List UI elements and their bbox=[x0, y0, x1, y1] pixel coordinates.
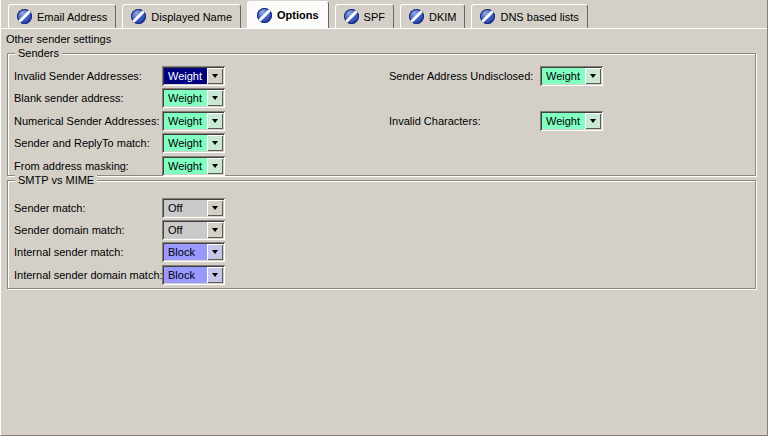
sender-address-undisclosed-label: Sender Address Undisclosed: bbox=[389, 69, 533, 83]
chevron-down-icon bbox=[212, 250, 218, 254]
invalid-characters-select[interactable]: Weight bbox=[540, 111, 603, 131]
options-settings-window: Email Address Displayed Name Options SPF… bbox=[0, 0, 768, 436]
dropdown-arrow-button[interactable] bbox=[207, 200, 223, 216]
block-icon bbox=[257, 8, 272, 23]
chevron-down-icon bbox=[590, 74, 596, 78]
chevron-down-icon bbox=[212, 96, 218, 100]
sender-match-label: Sender match: bbox=[14, 201, 86, 215]
page-title: Other sender settings bbox=[6, 33, 111, 45]
dropdown-arrow-button[interactable] bbox=[207, 222, 223, 238]
invalid-sender-addresses-label: Invalid Sender Addresses: bbox=[14, 69, 142, 83]
tab-label: DKIM bbox=[429, 11, 457, 23]
tab-label: Email Address bbox=[37, 11, 107, 23]
tab-label: DNS based lists bbox=[500, 11, 578, 23]
chevron-down-icon bbox=[212, 164, 218, 168]
smtp-vs-mime-group-title: SMTP vs MIME bbox=[15, 174, 97, 187]
tab-bar: Email Address Displayed Name Options SPF… bbox=[1, 0, 767, 28]
invalid-characters-label: Invalid Characters: bbox=[389, 114, 481, 128]
internal-sender-match-select[interactable]: Block bbox=[162, 242, 225, 262]
sender-domain-match-select[interactable]: Off bbox=[162, 220, 225, 240]
chevron-down-icon bbox=[212, 273, 218, 277]
numerical-sender-addresses-label: Numerical Sender Addresses: bbox=[14, 114, 160, 128]
chevron-down-icon bbox=[212, 119, 218, 123]
dropdown-arrow-button[interactable] bbox=[207, 244, 223, 260]
dropdown-arrow-button[interactable] bbox=[207, 113, 223, 129]
dropdown-arrow-button[interactable] bbox=[207, 135, 223, 151]
tab-label: Displayed Name bbox=[151, 11, 232, 23]
dropdown-arrow-button[interactable] bbox=[585, 113, 601, 129]
internal-sender-domain-match-label: Internal sender domain match: bbox=[14, 268, 163, 282]
sender-and-replyto-match-label: Sender and ReplyTo match: bbox=[14, 136, 150, 150]
block-icon bbox=[480, 9, 495, 24]
options-tab-page: Other sender settings Senders Invalid Se… bbox=[1, 28, 767, 435]
invalid-sender-addresses-select[interactable]: Weight bbox=[162, 66, 225, 86]
smtp-vs-mime-groupbox: SMTP vs MIME Sender match: Sender domain… bbox=[7, 180, 756, 289]
tab-spf[interactable]: SPF bbox=[335, 4, 394, 28]
sender-domain-match-label: Sender domain match: bbox=[14, 223, 125, 237]
senders-group-title: Senders bbox=[15, 47, 62, 60]
from-address-masking-label: From address masking: bbox=[14, 159, 129, 173]
dropdown-arrow-button[interactable] bbox=[207, 90, 223, 106]
sender-and-replyto-match-select[interactable]: Weight bbox=[162, 133, 225, 153]
dropdown-arrow-button[interactable] bbox=[207, 68, 223, 84]
block-icon bbox=[344, 9, 359, 24]
dropdown-arrow-button[interactable] bbox=[207, 267, 223, 283]
chevron-down-icon bbox=[212, 206, 218, 210]
internal-sender-match-label: Internal sender match: bbox=[14, 245, 123, 259]
sender-match-select[interactable]: Off bbox=[162, 198, 225, 218]
chevron-down-icon bbox=[590, 119, 596, 123]
from-address-masking-select[interactable]: Weight bbox=[162, 156, 225, 176]
tab-label: Options bbox=[277, 9, 319, 21]
blank-sender-address-select[interactable]: Weight bbox=[162, 88, 225, 108]
tab-label: SPF bbox=[364, 11, 385, 23]
dropdown-arrow-button[interactable] bbox=[585, 68, 601, 84]
blank-sender-address-label: Blank sender address: bbox=[14, 91, 123, 105]
chevron-down-icon bbox=[212, 141, 218, 145]
tab-options[interactable]: Options bbox=[247, 1, 329, 28]
dropdown-arrow-button[interactable] bbox=[207, 158, 223, 174]
block-icon bbox=[17, 9, 32, 24]
block-icon bbox=[409, 9, 424, 24]
internal-sender-domain-match-select[interactable]: Block bbox=[162, 265, 225, 285]
senders-groupbox: Senders Invalid Sender Addresses: Blank … bbox=[7, 53, 756, 176]
tab-displayed-name[interactable]: Displayed Name bbox=[122, 4, 241, 28]
tab-dns-based-lists[interactable]: DNS based lists bbox=[471, 4, 587, 28]
tab-dkim[interactable]: DKIM bbox=[400, 4, 466, 28]
chevron-down-icon bbox=[212, 228, 218, 232]
tab-email-address[interactable]: Email Address bbox=[8, 4, 116, 28]
numerical-sender-addresses-select[interactable]: Weight bbox=[162, 111, 225, 131]
chevron-down-icon bbox=[212, 74, 218, 78]
sender-address-undisclosed-select[interactable]: Weight bbox=[540, 66, 603, 86]
block-icon bbox=[131, 9, 146, 24]
